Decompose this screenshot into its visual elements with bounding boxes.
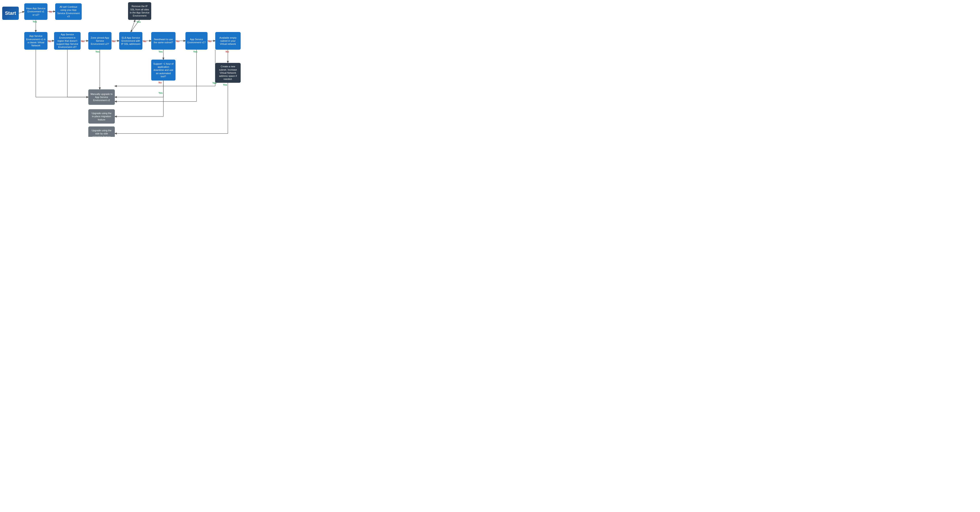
label-yes-2: Yes (95, 50, 100, 53)
node-available-subnet: Available empty subnet in your Virtual n… (215, 32, 241, 50)
label-yes-4: Yes (159, 92, 163, 94)
label-no-6: No (176, 40, 180, 43)
label-no-5: No (143, 40, 146, 43)
svg-line-9 (131, 20, 135, 32)
node-create-subnet: Create a new subnet. Increase Virtual Ne… (215, 63, 241, 83)
svg-line-0 (19, 11, 24, 13)
node-ase-v1-v2-question: Have App Service Environment v1 or v2? (24, 3, 48, 20)
label-yes-7: Yes (223, 83, 227, 86)
label-no-8: No (208, 40, 212, 43)
node-ase-v1-question: App Service Environment v1? (185, 32, 207, 50)
label-no-7: No (159, 81, 162, 84)
start-node: Start (2, 6, 19, 20)
node-zone-pinned-question: Zone pinned App Service Environment v2? (88, 32, 111, 50)
node-sidebyside-migration: Upgrade using the side by side migration… (88, 126, 115, 137)
node-manually-upgrade: Manually upgrade to App Service Environm… (88, 89, 115, 105)
label-no-3: No (81, 40, 84, 43)
node-downtime-question: Support ~1 hour of application downtime … (151, 60, 175, 81)
flowchart-diagram: Start Have App Service Environment v1 or… (0, 0, 245, 137)
node-elb-ase-ip-ssl: ELB App Service Environment with IP SSL … (119, 32, 142, 50)
label-no-1: No (49, 10, 52, 13)
node-same-subnet-question: Need/want to use the same subnet? (151, 32, 175, 50)
node-inplace-migration: Upgrade using the in-place migration fea… (88, 109, 115, 124)
label-yes-ip-ssl: Yes (137, 21, 141, 23)
node-all-set: All set! Continue using your App Service… (55, 3, 82, 20)
node-remove-ip-ssl: Remove the IP SSL from all sites in the … (128, 2, 151, 20)
label-yes-5: Yes (193, 50, 197, 53)
node-ase-v1-classic-vnet: App Service Environment v1 in a classic … (24, 32, 48, 50)
label-yes-1: Yes (33, 20, 37, 23)
label-no-2: No (48, 40, 51, 43)
label-yes-3: Yes (159, 50, 163, 53)
label-no-4: No (112, 40, 116, 43)
label-no-9: No (226, 50, 229, 53)
node-ase-region-question: App Service Environment in region that d… (54, 32, 81, 50)
